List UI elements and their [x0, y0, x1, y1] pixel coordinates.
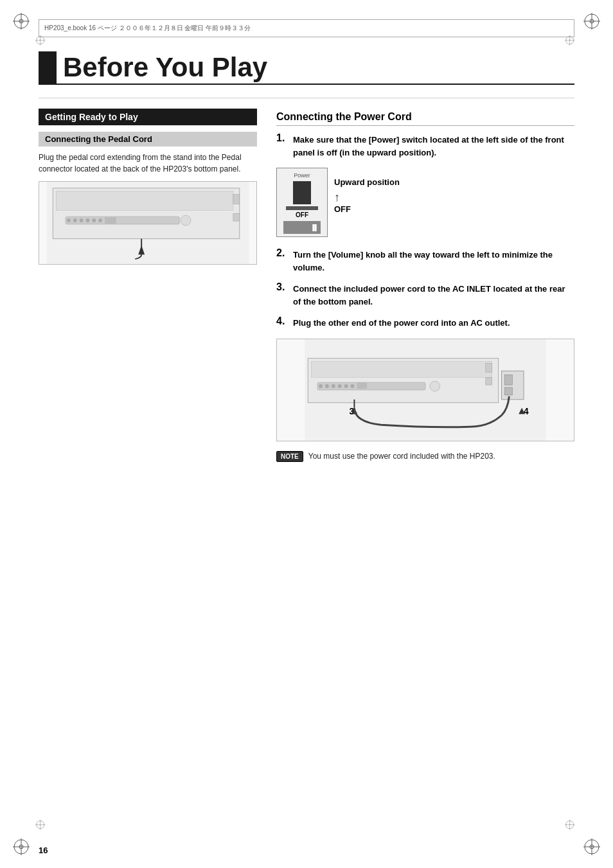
two-column-layout: Getting Ready to Play Connecting the Ped…	[39, 109, 574, 462]
svg-rect-40	[233, 195, 240, 204]
power-switch-rect	[293, 181, 311, 204]
pedal-diagram	[39, 181, 257, 265]
power-switch-area: Power OFF ▐▌	[276, 168, 328, 237]
power-switch-diagram: Power OFF ▐▌ Upward position ↑ OFF	[276, 168, 574, 237]
svg-point-33	[67, 218, 71, 222]
power-cord-diagram: 3 4	[276, 339, 574, 441]
svg-rect-41	[233, 213, 240, 221]
reg-mark-inner-tr	[565, 35, 578, 48]
svg-rect-39	[105, 217, 116, 224]
svg-rect-46	[311, 361, 492, 377]
svg-rect-55	[357, 382, 367, 389]
main-divider	[39, 98, 574, 98]
step-2-text: Turn the [Volume] knob all the way towar…	[293, 249, 574, 274]
reg-mark-inner-br	[565, 820, 578, 833]
header-text: HP203_e.book 16 ページ ２００６年１２月８日 金曜日 午前９時３…	[44, 24, 251, 33]
reg-mark-inner-tl	[35, 35, 48, 48]
step-3-num: 3.	[276, 281, 289, 293]
step-4: 4. Plug the other end of the power cord …	[276, 317, 574, 330]
main-section-header: Getting Ready to Play	[39, 109, 257, 125]
bottom-bar-illus: ▐▌	[283, 221, 321, 234]
note-badge: NOTE	[276, 451, 303, 462]
upward-position-label-wrap: Upward position ↑ OFF	[334, 168, 400, 214]
step-3-text: Connect the included power cord to the A…	[293, 283, 574, 308]
svg-point-35	[80, 218, 84, 222]
svg-rect-60	[504, 387, 512, 395]
svg-rect-30	[56, 191, 233, 211]
step-1: 1. Make sure that the [Power] switch loc…	[276, 134, 574, 159]
reg-mark-tr	[583, 13, 600, 30]
svg-point-34	[73, 218, 77, 222]
svg-point-48	[430, 381, 440, 391]
switch-bar	[286, 206, 318, 210]
svg-point-49	[319, 384, 323, 388]
off-label-right: OFF	[334, 204, 400, 214]
reg-mark-inner-bl	[35, 820, 48, 833]
svg-rect-57	[486, 377, 492, 385]
step-4-num: 4.	[276, 315, 289, 327]
step-2: 2. Turn the [Volume] knob all the way to…	[276, 249, 574, 274]
reg-mark-tl	[13, 13, 30, 30]
step-3: 3. Connect the included power cord to th…	[276, 283, 574, 308]
power-cord-diagram-svg: 3 4	[277, 339, 574, 441]
reg-mark-br	[583, 838, 600, 855]
svg-point-50	[325, 384, 329, 388]
off-label: OFF	[296, 211, 308, 218]
pedal-diagram-svg	[39, 182, 256, 264]
svg-point-54	[350, 384, 354, 388]
right-section-header: Connecting the Power Cord	[276, 109, 574, 126]
svg-text:4: 4	[524, 405, 529, 416]
page-number: 16	[39, 846, 48, 855]
svg-point-37	[92, 218, 96, 222]
upward-text: Upward position	[334, 177, 400, 187]
svg-point-53	[344, 384, 348, 388]
upward-position-label: Upward position	[334, 177, 400, 188]
svg-rect-59	[504, 375, 512, 385]
svg-point-32	[181, 215, 191, 226]
title-accent	[39, 51, 57, 85]
note-text: You must use the power cord included wit…	[308, 450, 495, 462]
pedal-body-text: Plug the pedal cord extending from the s…	[39, 152, 257, 175]
power-label: Power	[294, 172, 310, 179]
upward-arrow: ↑	[334, 191, 400, 204]
step-4-text: Plug the other end of the power cord int…	[293, 317, 510, 330]
svg-point-38	[98, 218, 102, 222]
reg-mark-bl	[13, 838, 30, 855]
note-box: NOTE You must use the power cord include…	[276, 450, 574, 462]
svg-point-51	[332, 384, 335, 388]
svg-point-36	[86, 218, 90, 222]
main-content: Before You Play Getting Ready to Play Co…	[39, 51, 574, 817]
sub-section-header: Connecting the Pedal Cord	[39, 132, 257, 146]
svg-rect-56	[486, 363, 492, 372]
left-column: Getting Ready to Play Connecting the Ped…	[39, 109, 257, 462]
page-title-bar: Before You Play	[39, 51, 574, 85]
page-header: HP203_e.book 16 ページ ２００６年１２月８日 金曜日 午前９時３…	[39, 19, 574, 37]
step-1-num: 1.	[276, 132, 289, 144]
svg-point-52	[338, 384, 342, 388]
right-column: Connecting the Power Cord 1. Make sure t…	[276, 109, 574, 462]
page-title: Before You Play	[57, 51, 574, 85]
step-2-num: 2.	[276, 247, 289, 259]
step-1-text: Make sure that the [Power] switch locate…	[293, 134, 574, 159]
